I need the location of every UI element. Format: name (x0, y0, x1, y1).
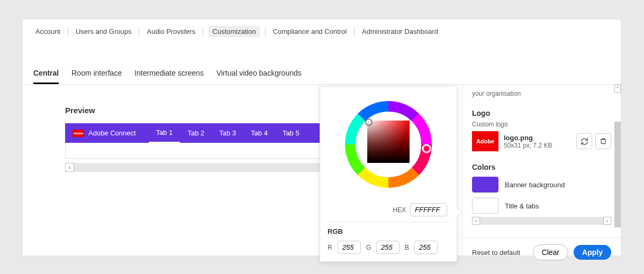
delete-logo-button[interactable] (595, 133, 611, 149)
logo-filename: logo.png (504, 134, 552, 142)
logo-thumbnail: Adobe (472, 131, 498, 151)
banner-bg-label: Banner background (505, 181, 565, 189)
preview-tab-5[interactable]: Tab 5 (275, 123, 307, 143)
g-input[interactable] (376, 241, 400, 254)
nav-separator (139, 28, 139, 36)
preview-tab-2[interactable]: Tab 2 (180, 123, 212, 143)
nav-separator (203, 28, 203, 36)
trash-icon (600, 138, 607, 145)
nav-separator (265, 28, 266, 36)
subtab-central[interactable]: Central (33, 65, 59, 84)
preview-tab-4[interactable]: Tab 4 (243, 123, 275, 143)
rgb-label: RGB (328, 227, 449, 235)
side-scroll-area: your organisation Logo Custom logo Adobe… (462, 85, 621, 238)
banner-bg-swatch[interactable] (472, 177, 498, 193)
apply-button[interactable]: Apply (574, 245, 611, 260)
scroll-up-icon[interactable]: ˄ (614, 85, 621, 93)
banner-bg-row: Banner background (472, 177, 611, 193)
reset-default-link[interactable]: Reset to default (472, 249, 520, 257)
sub-tabs: Central Room interface Intermediate scre… (23, 65, 621, 85)
side-panel: your organisation Logo Custom logo Adobe… (462, 85, 621, 267)
hex-input[interactable] (410, 203, 447, 216)
colors-heading: Colors (472, 163, 611, 171)
hex-row: HEX (328, 203, 449, 216)
scroll-left-icon[interactable]: ‹ (472, 217, 480, 225)
scroll-right-icon[interactable]: › (603, 217, 611, 225)
hex-label: HEX (393, 206, 406, 214)
side-footer: Reset to default Clear Apply (462, 238, 621, 267)
preview-banner-title: Adobe Connect (88, 129, 136, 137)
logo-dimensions: 50x31 px; 7.2 KB (504, 142, 552, 149)
color-wheel[interactable] (338, 94, 439, 195)
nav-separator (354, 28, 355, 36)
color-wheel-wrap (328, 94, 449, 195)
subtab-intermediate-screens[interactable]: Intermediate screens (134, 65, 204, 84)
title-tabs-row: Title & tabs (472, 198, 611, 214)
r-label: R (328, 244, 332, 251)
nav-admin-dashboard[interactable]: Administrator Dashboard (360, 26, 440, 36)
nav-customization[interactable]: Customization (208, 26, 259, 37)
refresh-logo-button[interactable] (576, 133, 592, 149)
scroll-track[interactable] (480, 217, 603, 225)
nav-compliance[interactable]: Compliance and Control (271, 26, 349, 36)
nav-account[interactable]: Account (33, 26, 62, 36)
color-picker-popover: HEX RGB R G B (320, 86, 457, 262)
title-tabs-label: Title & tabs (505, 202, 539, 210)
logo-heading: Logo (472, 109, 611, 117)
svg-rect-1 (367, 121, 410, 163)
preview-tab-1[interactable]: Tab 1 (149, 123, 180, 143)
refresh-icon (580, 138, 588, 145)
scroll-left-icon[interactable]: ‹ (65, 163, 74, 172)
preview-tab-3[interactable]: Tab 3 (212, 123, 243, 143)
rgb-row: R G B (328, 241, 449, 254)
b-input[interactable] (414, 241, 438, 254)
side-vertical-scroll[interactable]: ˄ (614, 85, 621, 267)
b-label: B (405, 244, 409, 251)
nav-audio-providers[interactable]: Audio Providers (144, 26, 197, 36)
logo-row: Adobe logo.png 50x31 px; 7.2 KB (472, 131, 611, 151)
adobe-logo-icon: Adobe (72, 130, 84, 137)
subtab-virtual-backgrounds[interactable]: Virtual video backgrounds (216, 65, 302, 84)
top-nav: Account Users and Groups Audio Providers… (23, 20, 621, 43)
clear-button[interactable]: Clear (533, 244, 568, 260)
logo-actions (576, 133, 611, 149)
nav-users-groups[interactable]: Users and Groups (74, 26, 134, 36)
r-input[interactable] (338, 241, 361, 254)
subtab-room-interface[interactable]: Room interface (71, 65, 122, 84)
side-horizontal-scroll[interactable]: ‹ › (472, 217, 611, 225)
nav-separator (68, 28, 68, 36)
rgb-section: RGB R G B (328, 222, 449, 254)
scroll-thumb[interactable] (614, 122, 621, 227)
custom-logo-label: Custom logo (472, 121, 611, 128)
logo-meta: logo.png 50x31 px; 7.2 KB (504, 134, 552, 149)
g-label: G (366, 244, 371, 251)
side-hint: your organisation (472, 90, 611, 97)
title-tabs-swatch[interactable] (472, 198, 498, 214)
